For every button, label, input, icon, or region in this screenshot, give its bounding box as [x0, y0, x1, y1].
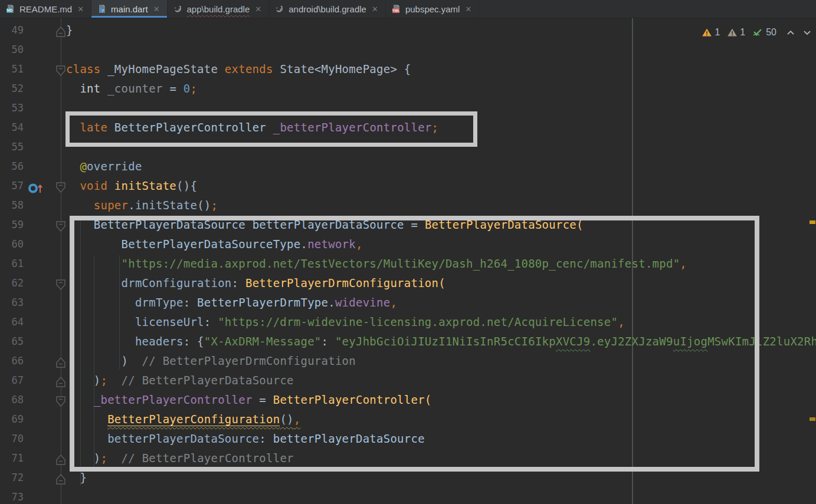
- scrollbar-warning-stripe[interactable]: [810, 220, 815, 224]
- line-number: 51: [0, 60, 24, 79]
- fold-start-marker[interactable]: [55, 394, 66, 406]
- highlight-box-late-controller: [65, 111, 477, 147]
- svg-text:MD: MD: [6, 8, 12, 12]
- fold-end-marker[interactable]: [55, 452, 66, 464]
- close-icon[interactable]: ✕: [152, 5, 160, 13]
- line-number: 72: [0, 468, 24, 487]
- tab-main-dart[interactable]: main.dart ✕: [91, 0, 167, 18]
- code-line: 49}: [0, 21, 816, 40]
- code-text: super.initState();: [66, 196, 218, 215]
- code-text: @override: [66, 157, 142, 176]
- line-number: 50: [0, 40, 24, 60]
- line-number: 70: [0, 429, 24, 449]
- fold-end-marker[interactable]: [55, 355, 66, 367]
- line-number: 60: [0, 235, 24, 254]
- overrides-method-icon[interactable]: [28, 180, 45, 192]
- tab-pubspec-yaml[interactable]: YML pubspec.yaml ✕: [386, 0, 479, 18]
- tab-label: android\build.gradle: [289, 4, 366, 14]
- weak-warnings-indicator[interactable]: 1: [725, 27, 747, 38]
- line-number: 61: [0, 254, 24, 274]
- line-number: 59: [0, 215, 24, 235]
- line-number: 63: [0, 293, 24, 312]
- line-number: 66: [0, 351, 24, 371]
- tab-label: main.dart: [111, 4, 148, 14]
- fold-end-marker[interactable]: [55, 24, 66, 36]
- svg-text:YML: YML: [392, 9, 400, 12]
- fold-end-marker[interactable]: [55, 472, 66, 483]
- line-number: 54: [0, 118, 24, 137]
- line-number: 58: [0, 196, 24, 215]
- code-text: }: [66, 21, 73, 40]
- warning-icon: [702, 28, 712, 37]
- inspections-widget: 1 1 50: [700, 25, 811, 40]
- code-text: void initState(){: [66, 176, 197, 196]
- line-number: 68: [0, 390, 24, 410]
- prev-problem-chevron-up-icon[interactable]: [786, 30, 795, 35]
- tab-android-build-gradle[interactable]: android\build.gradle ✕: [269, 0, 386, 18]
- weak-warning-icon: [727, 28, 738, 37]
- line-number: 57: [0, 176, 24, 196]
- fold-start-marker[interactable]: [55, 219, 66, 230]
- code-line: 73: [0, 487, 816, 504]
- line-number: 49: [0, 21, 24, 40]
- tab-readme-md[interactable]: MD README.md ✕: [0, 0, 91, 18]
- line-number: 64: [0, 312, 24, 332]
- close-icon[interactable]: ✕: [254, 5, 261, 13]
- close-icon[interactable]: ✕: [371, 5, 378, 13]
- close-icon[interactable]: ✕: [76, 5, 84, 13]
- line-number: 65: [0, 332, 24, 351]
- line-number: 67: [0, 371, 24, 390]
- editor-tab-bar: MD README.md ✕ main.dart ✕ app\build.gra…: [0, 0, 816, 18]
- fold-start-marker[interactable]: [55, 277, 66, 289]
- tab-label: README.md: [19, 4, 72, 14]
- ide-window: { "tabs": [ {"label": "README.md", "icon…: [0, 0, 816, 504]
- close-icon[interactable]: ✕: [464, 5, 471, 13]
- code-line: 50: [0, 40, 816, 60]
- highlight-box-datasource-block: [70, 216, 759, 472]
- line-number: 62: [0, 274, 24, 293]
- code-editor[interactable]: 49}5051class _MyHomePageState extends St…: [0, 18, 816, 504]
- code-line: 57 void initState(){: [0, 176, 816, 196]
- line-number: 71: [0, 449, 24, 468]
- typo-count: 50: [766, 27, 776, 38]
- line-number: 56: [0, 157, 24, 176]
- code-line: 56 @override: [0, 157, 816, 176]
- code-line: 58 super.initState();: [0, 196, 816, 215]
- tab-app-build-gradle[interactable]: app\build.gradle ✕: [168, 0, 270, 18]
- dart-file-icon: [97, 4, 107, 14]
- scrollbar-warning-stripe[interactable]: [810, 417, 815, 421]
- code-line: 52 int _counter = 0;: [0, 79, 816, 98]
- code-text: int _counter = 0;: [66, 79, 197, 98]
- typo-check-icon: [752, 28, 763, 37]
- fold-start-marker[interactable]: [55, 180, 66, 192]
- line-number: 73: [0, 487, 24, 504]
- code-text: class _MyHomePageState extends State<MyH…: [66, 60, 411, 79]
- tab-label: app\build.gradle: [187, 4, 250, 14]
- fold-start-marker[interactable]: [55, 63, 66, 75]
- gradle-file-icon: [173, 4, 183, 14]
- line-number: 55: [0, 137, 24, 157]
- line-number: 52: [0, 79, 24, 98]
- fold-end-marker[interactable]: [55, 374, 66, 386]
- line-number: 69: [0, 410, 24, 429]
- tab-label: pubspec.yaml: [405, 4, 460, 14]
- line-number: 53: [0, 98, 24, 118]
- gradle-file-icon: [275, 4, 284, 14]
- warning-count: 1: [715, 27, 720, 38]
- markdown-file-icon: MD: [6, 4, 15, 14]
- warnings-indicator[interactable]: 1: [700, 27, 722, 38]
- weak-warning-count: 1: [740, 27, 745, 38]
- typos-indicator[interactable]: 50: [751, 27, 778, 38]
- yaml-file-icon: YML: [392, 4, 401, 14]
- next-problem-chevron-down-icon[interactable]: [803, 30, 811, 35]
- code-line: 51class _MyHomePageState extends State<M…: [0, 60, 816, 79]
